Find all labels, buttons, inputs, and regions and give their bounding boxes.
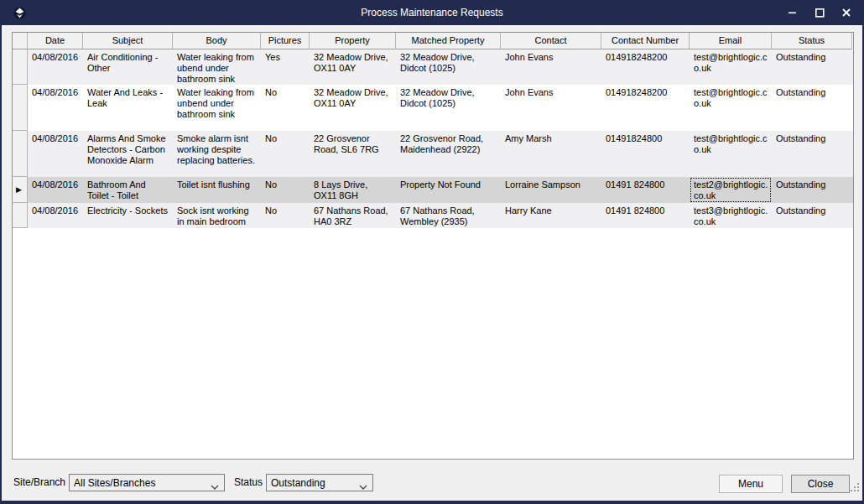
maximize-icon bbox=[815, 8, 825, 18]
resize-grip-icon[interactable] bbox=[850, 481, 860, 496]
grid-row-3[interactable]: 04/08/2016Alarms And Smoke Detectors - C… bbox=[13, 131, 853, 177]
cell-property[interactable]: 32 Meadow Drive, OX11 0AY bbox=[310, 85, 396, 131]
row-selector-arrow-icon: ▶ bbox=[16, 186, 22, 194]
cell-date[interactable]: 04/08/2016 bbox=[28, 131, 83, 177]
row-header[interactable] bbox=[13, 203, 28, 228]
column-header-email[interactable]: Email bbox=[690, 33, 772, 49]
cell-pictures[interactable]: No bbox=[261, 203, 310, 228]
cell-body[interactable]: Water leaking from unbend under bathroom… bbox=[173, 85, 261, 131]
cell-contact[interactable]: Amy Marsh bbox=[501, 131, 601, 177]
cell-matched_property[interactable]: 67 Nathans Road, Wembley (2935) bbox=[396, 203, 501, 228]
row-header-selected[interactable]: ▶ bbox=[13, 177, 28, 203]
menu-button[interactable]: Menu bbox=[719, 475, 783, 493]
cell-body[interactable]: Sock isnt working in main bedroom bbox=[173, 203, 261, 228]
close-icon bbox=[842, 8, 851, 17]
cell-subject[interactable]: Air Conditioning - Other bbox=[83, 49, 173, 85]
column-header-pictures[interactable]: Pictures bbox=[261, 33, 310, 49]
cell-email[interactable]: test@brightlogic.co.uk bbox=[690, 131, 772, 177]
close-button[interactable]: Close bbox=[791, 475, 850, 493]
cell-pictures[interactable]: No bbox=[261, 177, 310, 203]
window-title: Process Maintenance Requests bbox=[0, 0, 864, 25]
cell-status[interactable]: Outstanding bbox=[772, 203, 852, 228]
minimize-icon bbox=[789, 8, 797, 17]
cell-status[interactable]: Outstanding bbox=[772, 177, 852, 203]
minimize-button[interactable] bbox=[779, 0, 806, 25]
cell-property[interactable]: 8 Lays Drive, OX11 8GH bbox=[310, 177, 396, 203]
chevron-down-icon bbox=[359, 481, 367, 492]
cell-body[interactable]: Water leaking from ubend under bathroom … bbox=[173, 49, 261, 85]
cell-date[interactable]: 04/08/2016 bbox=[28, 177, 83, 203]
cell-subject[interactable]: Alarms And Smoke Detectors - Carbon Mono… bbox=[83, 131, 173, 177]
site-branch-label: Site/Branch bbox=[13, 476, 65, 488]
cell-property[interactable]: 32 Meadow Drive, OX11 0AY bbox=[310, 49, 396, 85]
cell-status[interactable]: Outstanding bbox=[772, 85, 852, 131]
cell-contact_number[interactable]: 01491 824800 bbox=[601, 177, 690, 203]
row-header[interactable] bbox=[13, 49, 28, 85]
cell-contact_number[interactable]: 014918248200 bbox=[601, 85, 690, 131]
chevron-down-icon bbox=[211, 481, 219, 492]
cell-status[interactable]: Outstanding bbox=[772, 131, 852, 177]
cell-date[interactable]: 04/08/2016 bbox=[28, 49, 83, 85]
cell-contact_number[interactable]: 01491824800 bbox=[601, 131, 690, 177]
cell-property[interactable]: 67 Nathans Road, HA0 3RZ bbox=[310, 203, 396, 228]
status-label: Status bbox=[234, 476, 263, 488]
cell-body[interactable]: Smoke alarm isnt working despite replaci… bbox=[173, 131, 261, 177]
window-controls bbox=[779, 0, 860, 25]
close-button-titlebar[interactable] bbox=[833, 0, 860, 25]
grid-row-1[interactable]: 04/08/2016Air Conditioning - OtherWater … bbox=[13, 49, 853, 85]
grid-row-4[interactable]: ▶04/08/2016Bathroom And Toilet - ToiletT… bbox=[13, 177, 853, 203]
row-header[interactable] bbox=[13, 85, 28, 131]
cell-email[interactable]: test3@brightlogic.co.uk bbox=[690, 203, 772, 228]
cell-property[interactable]: 22 Grosvenor Road, SL6 7RG bbox=[310, 131, 396, 177]
cell-subject[interactable]: Electricity - Sockets bbox=[83, 203, 173, 228]
titlebar: Process Maintenance Requests bbox=[0, 0, 864, 25]
column-header-subject[interactable]: Subject bbox=[83, 33, 173, 49]
cell-contact_number[interactable]: 01491 824800 bbox=[601, 203, 690, 228]
cell-subject[interactable]: Bathroom And Toilet - Toilet bbox=[83, 177, 173, 203]
grid-row-2[interactable]: 04/08/2016Water And Leaks - LeakWater le… bbox=[13, 85, 853, 131]
cell-email[interactable]: test@brightlogic.co.uk bbox=[690, 85, 772, 131]
app-window: Process Maintenance Requests DateSubject… bbox=[0, 0, 864, 504]
cell-matched_property[interactable]: 32 Meadow Drive, Didcot (1025) bbox=[396, 49, 501, 85]
cell-contact[interactable]: John Evans bbox=[501, 85, 601, 131]
column-header-date[interactable]: Date bbox=[28, 33, 83, 49]
cell-matched_property[interactable]: Property Not Found bbox=[396, 177, 501, 203]
grid-corner-cell[interactable] bbox=[13, 33, 28, 49]
cell-matched_property[interactable]: 22 Grosvenor Road, Maidenhead (2922) bbox=[396, 131, 501, 177]
cell-date[interactable]: 04/08/2016 bbox=[28, 85, 83, 131]
cell-email[interactable]: test@brightlogic.co.uk bbox=[690, 49, 772, 85]
status-value: Outstanding bbox=[271, 477, 325, 489]
status-combobox[interactable]: Outstanding bbox=[266, 474, 373, 491]
cell-contact[interactable]: Lorraine Sampson bbox=[501, 177, 601, 203]
row-header[interactable] bbox=[13, 131, 28, 177]
bottom-bar: Site/Branch All Sites/Branches Status Ou… bbox=[2, 470, 862, 497]
column-header-contact[interactable]: Contact bbox=[501, 33, 601, 49]
site-branch-value: All Sites/Branches bbox=[74, 477, 155, 489]
maximize-button[interactable] bbox=[806, 0, 833, 25]
cell-pictures[interactable]: No bbox=[261, 131, 310, 177]
cell-subject[interactable]: Water And Leaks - Leak bbox=[83, 85, 173, 131]
column-header-property[interactable]: Property bbox=[310, 33, 396, 49]
column-header-status[interactable]: Status bbox=[772, 33, 852, 49]
maintenance-requests-grid: DateSubjectBodyPicturesPropertyMatched P… bbox=[12, 32, 854, 460]
cell-date[interactable]: 04/08/2016 bbox=[28, 203, 83, 228]
cell-status[interactable]: Outstanding bbox=[772, 49, 852, 85]
cell-pictures[interactable]: Yes bbox=[261, 49, 310, 85]
cell-matched_property[interactable]: 32 Meadow Drive, Didcot (1025) bbox=[396, 85, 501, 131]
cell-contact[interactable]: John Evans bbox=[501, 49, 601, 85]
grid-header-row: DateSubjectBodyPicturesPropertyMatched P… bbox=[13, 33, 853, 49]
cell-pictures[interactable]: No bbox=[261, 85, 310, 131]
column-header-matched_property[interactable]: Matched Property bbox=[396, 33, 501, 49]
cell-contact[interactable]: Harry Kane bbox=[501, 203, 601, 228]
column-header-body[interactable]: Body bbox=[173, 33, 261, 49]
cell-body[interactable]: Toilet isnt flushing bbox=[173, 177, 261, 203]
grid-row-5[interactable]: 04/08/2016Electricity - SocketsSock isnt… bbox=[13, 203, 853, 228]
site-branch-combobox[interactable]: All Sites/Branches bbox=[69, 474, 225, 491]
cell-contact_number[interactable]: 014918248200 bbox=[601, 49, 690, 85]
column-header-contact_number[interactable]: Contact Number bbox=[601, 33, 690, 49]
cell-email[interactable]: test2@brightlogic.co.uk bbox=[690, 177, 772, 203]
